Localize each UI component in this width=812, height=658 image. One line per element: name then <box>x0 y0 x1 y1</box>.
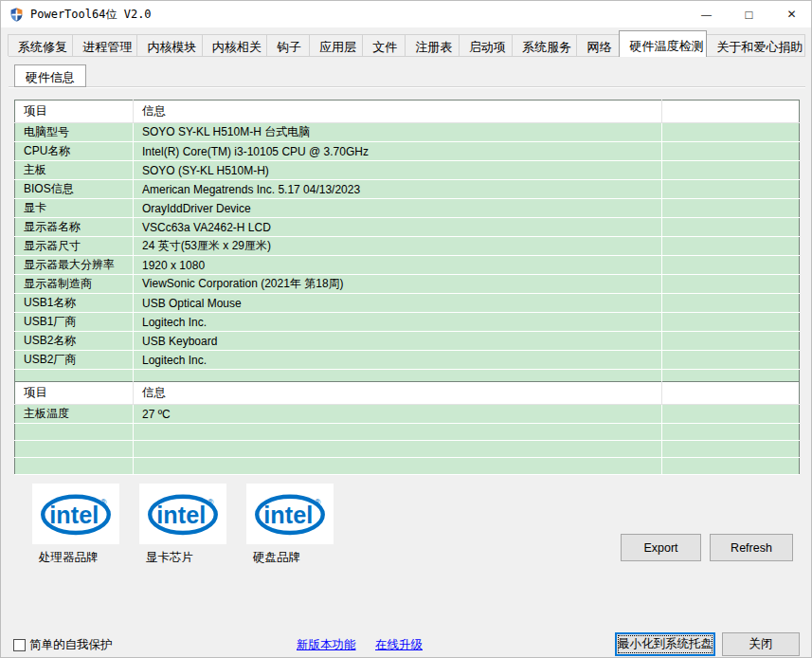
cell-empty <box>662 218 800 237</box>
table-row[interactable]: CPU名称 Intel(R) Core(TM) i3-10105 CPU @ 3… <box>15 142 800 161</box>
cell-item: USB1厂商 <box>15 313 134 332</box>
main-tab[interactable]: 内核相关 <box>202 34 267 56</box>
main-tab-label: 钩子 <box>277 40 301 54</box>
cell-empty <box>662 161 800 180</box>
cell-info: 27 ºC <box>134 405 662 424</box>
column-header-item[interactable]: 项目 <box>15 101 134 123</box>
main-tab-label: 内核模块 <box>147 40 196 54</box>
main-tab-label: 进程管理 <box>82 40 132 54</box>
cell-info: ViewSonic Corporation (2021年 第18周) <box>134 275 662 294</box>
main-tab-label: 内核相关 <box>212 40 262 54</box>
table-row[interactable]: USB1名称 USB Optical Mouse <box>15 294 800 313</box>
main-tab[interactable]: 文件 <box>362 34 406 56</box>
cell-item: 显示器名称 <box>15 218 134 237</box>
hardware-info-table: 项目 信息 电脑型号 SOYO SY-KL H510M-H 台式电脑 CPU名称… <box>14 100 800 404</box>
cell-empty <box>662 275 800 294</box>
cell-empty <box>662 142 800 161</box>
cell-info <box>134 458 662 475</box>
cell-info: 24 英寸(53厘米 x 29厘米) <box>134 237 662 256</box>
main-tab[interactable]: 关于和爱心捐助 <box>706 34 805 56</box>
caption-buttons: — □ ✕ <box>685 1 812 27</box>
svg-text:®: ® <box>208 498 214 507</box>
table-row[interactable]: BIOS信息 American Megatrends Inc. 5.17 04/… <box>15 180 800 199</box>
title-bar: PowerTool64位 V2.0 — □ ✕ <box>1 1 812 27</box>
table-row[interactable]: USB2厂商 Logitech Inc. <box>15 351 800 370</box>
cell-info: 1920 x 1080 <box>134 256 662 275</box>
cell-empty <box>662 441 800 458</box>
intel-logo-icon: intel ® <box>32 484 119 544</box>
main-tab-label: 系统修复 <box>18 40 67 54</box>
main-tab[interactable]: 启动项 <box>459 34 513 56</box>
brand-label: 处理器品牌 <box>32 550 119 566</box>
brand-label: 显卡芯片 <box>139 550 226 566</box>
cell-empty <box>662 424 800 441</box>
cell-info <box>134 441 662 458</box>
sub-tab-hardware-info[interactable]: 硬件信息 <box>14 64 86 87</box>
new-version-features-link[interactable]: 新版本功能 <box>297 637 356 653</box>
temperature-table-header-row: 项目 信息 <box>15 382 800 405</box>
cell-item: 显示器最大分辨率 <box>15 256 134 275</box>
main-tab[interactable]: 系统修复 <box>8 34 73 56</box>
table-row[interactable]: 显示器名称 VSCc63a VA2462-H LCD <box>15 218 800 237</box>
maximize-icon[interactable]: □ <box>728 1 770 27</box>
svg-text:intel: intel <box>263 502 313 528</box>
cell-empty <box>662 332 800 351</box>
main-tab[interactable]: 网络 <box>576 34 620 56</box>
main-tab[interactable]: 系统服务 <box>512 34 577 56</box>
cell-info: OrayIddDriver Device <box>134 199 662 218</box>
cell-empty <box>662 458 800 475</box>
cell-item <box>15 441 134 458</box>
app-shield-icon <box>9 7 25 23</box>
cell-empty <box>662 313 800 332</box>
column-header-info[interactable]: 信息 <box>134 101 662 123</box>
cell-info: Logitech Inc. <box>134 313 662 332</box>
cell-item: USB2名称 <box>15 332 134 351</box>
table-row[interactable] <box>15 441 800 458</box>
main-tab[interactable]: 内核模块 <box>136 34 202 56</box>
main-tab[interactable]: 进程管理 <box>72 34 137 56</box>
main-tab-label: 注册表 <box>415 40 452 54</box>
table-row[interactable]: 主板温度 27 ºC <box>15 405 800 424</box>
cell-item <box>15 424 134 441</box>
cell-item: USB1名称 <box>15 294 134 313</box>
column-header-empty <box>662 382 800 405</box>
table-row[interactable]: 显示器最大分辨率 1920 x 1080 <box>15 256 800 275</box>
main-tab[interactable]: 应用层 <box>309 34 363 56</box>
column-header-info[interactable]: 信息 <box>134 382 662 405</box>
brand-block: intel ® 显卡芯片 <box>139 484 226 566</box>
minimize-icon[interactable]: — <box>685 1 728 27</box>
checkbox-icon[interactable] <box>13 639 26 651</box>
table-row[interactable]: 主板 SOYO (SY-KL H510M-H) <box>15 161 800 180</box>
table-row[interactable]: 显示器尺寸 24 英寸(53厘米 x 29厘米) <box>15 237 800 256</box>
export-button[interactable]: Export <box>621 534 701 561</box>
online-upgrade-link[interactable]: 在线升级 <box>375 637 423 653</box>
main-tab-label: 应用层 <box>319 40 356 54</box>
main-tab[interactable]: 钩子 <box>266 34 310 56</box>
table-row[interactable]: USB2名称 USB Keyboard <box>15 332 800 351</box>
close-icon[interactable]: ✕ <box>770 1 812 27</box>
refresh-button[interactable]: Refresh <box>710 534 793 561</box>
table-row[interactable]: 显示器制造商 ViewSonic Corporation (2021年 第18周… <box>15 275 800 294</box>
minimize-to-tray-button[interactable]: 最小化到系统托盘 <box>615 632 715 656</box>
cell-item: CPU名称 <box>15 142 134 161</box>
main-tab-bar: 系统修复 进程管理 内核模块 内核相关 钩子 应用层 文件 注册表 启动项 <box>9 35 805 57</box>
temperature-table: 项目 信息 主板温度 27 ºC <box>14 381 800 475</box>
svg-text:intel: intel <box>49 502 99 528</box>
cell-info: Logitech Inc. <box>134 351 662 370</box>
main-tab[interactable]: 硬件温度检测 <box>619 30 707 57</box>
table-row[interactable]: USB1厂商 Logitech Inc. <box>15 313 800 332</box>
self-protect-checkbox-row[interactable]: 简单的自我保护 <box>13 637 113 653</box>
window-title: PowerTool64位 V2.0 <box>30 7 152 23</box>
cell-empty <box>662 294 800 313</box>
main-tab[interactable]: 注册表 <box>405 34 459 56</box>
table-row[interactable]: 显卡 OrayIddDriver Device <box>15 199 800 218</box>
column-header-item[interactable]: 项目 <box>15 382 134 405</box>
table-row[interactable] <box>15 458 800 475</box>
cell-info: VSCc63a VA2462-H LCD <box>134 218 662 237</box>
table-row[interactable] <box>15 424 800 441</box>
svg-text:®: ® <box>315 498 321 507</box>
cell-item: 显卡 <box>15 199 134 218</box>
close-button[interactable]: 关闭 <box>722 632 800 656</box>
cell-info: USB Keyboard <box>134 332 662 351</box>
table-row[interactable]: 电脑型号 SOYO SY-KL H510M-H 台式电脑 <box>15 123 800 142</box>
